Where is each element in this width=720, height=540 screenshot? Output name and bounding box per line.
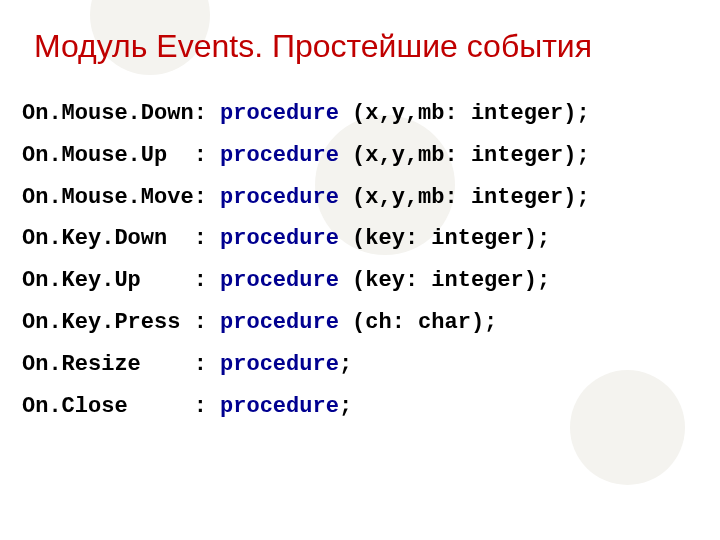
code-line: On.Close : procedure; — [22, 394, 352, 419]
event-name: On.Mouse.Move: — [22, 185, 220, 210]
param-list: (key: integer); — [339, 226, 550, 251]
event-name: On.Key.Down : — [22, 226, 220, 251]
code-line: On.Mouse.Up : procedure (x,y,mb: integer… — [22, 143, 590, 168]
keyword-procedure: procedure — [220, 101, 339, 126]
code-line: On.Mouse.Down: procedure (x,y,mb: intege… — [22, 101, 590, 126]
param-list: ; — [339, 352, 352, 377]
event-name: On.Close : — [22, 394, 220, 419]
event-name: On.Key.Press : — [22, 310, 220, 335]
code-line: On.Mouse.Move: procedure (x,y,mb: intege… — [22, 185, 590, 210]
code-line: On.Key.Down : procedure (key: integer); — [22, 226, 550, 251]
event-name: On.Mouse.Down: — [22, 101, 220, 126]
param-list: (ch: char); — [339, 310, 497, 335]
slide-title: Модуль Events. Простейшие события — [34, 28, 720, 65]
param-list: ; — [339, 394, 352, 419]
event-name: On.Mouse.Up : — [22, 143, 220, 168]
event-name: On.Key.Up : — [22, 268, 220, 293]
event-name: On.Resize : — [22, 352, 220, 377]
keyword-procedure: procedure — [220, 185, 339, 210]
param-list: (x,y,mb: integer); — [339, 101, 590, 126]
code-block: On.Mouse.Down: procedure (x,y,mb: intege… — [22, 93, 720, 427]
code-line: On.Key.Press : procedure (ch: char); — [22, 310, 497, 335]
code-line: On.Key.Up : procedure (key: integer); — [22, 268, 550, 293]
keyword-procedure: procedure — [220, 394, 339, 419]
param-list: (x,y,mb: integer); — [339, 185, 590, 210]
keyword-procedure: procedure — [220, 226, 339, 251]
keyword-procedure: procedure — [220, 310, 339, 335]
param-list: (key: integer); — [339, 268, 550, 293]
keyword-procedure: procedure — [220, 143, 339, 168]
code-line: On.Resize : procedure; — [22, 352, 352, 377]
param-list: (x,y,mb: integer); — [339, 143, 590, 168]
keyword-procedure: procedure — [220, 268, 339, 293]
keyword-procedure: procedure — [220, 352, 339, 377]
